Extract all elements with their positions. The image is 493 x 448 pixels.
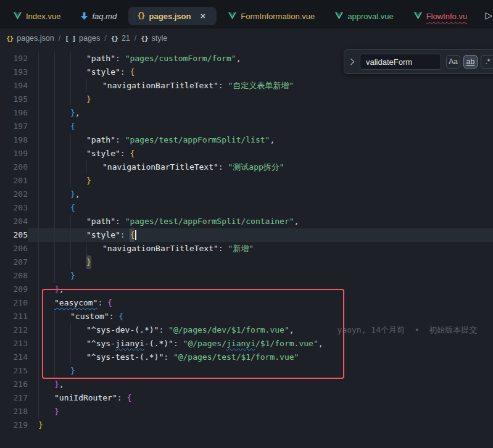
code-token: , <box>289 323 294 337</box>
close-icon[interactable]: × <box>198 11 209 21</box>
whole-word-button[interactable]: ab <box>463 55 478 68</box>
indent-guides <box>38 269 70 283</box>
find-widget: Aaab.* <box>344 49 493 74</box>
tab-Index.vue[interactable]: Index.vue <box>5 7 69 25</box>
tab-pages.json[interactable]: {}pages.json× <box>128 7 217 25</box>
code-line-207[interactable]: 207} <box>0 255 493 269</box>
code-token: -(.*)" <box>144 337 173 351</box>
code-token: : <box>115 215 125 228</box>
code-line-198[interactable]: 198"path": "pages/test/appFormSplit/list… <box>0 133 493 147</box>
code-token: : <box>218 160 228 174</box>
code-line-212[interactable]: 212"^sys-dev-(.*)": "@/pages/dev/$1/form… <box>0 323 493 337</box>
code-line-201[interactable]: 201} <box>0 174 493 188</box>
indent-guides <box>38 215 86 228</box>
code-token: { <box>130 65 135 79</box>
breadcrumb-separator: / <box>104 34 106 43</box>
code-token: "path" <box>86 133 115 147</box>
code-line-216[interactable]: 216}, <box>0 378 493 391</box>
line-content: "style": { <box>28 228 493 242</box>
code-line-205[interactable]: 205"style": { <box>0 228 493 242</box>
code-token: "style" <box>86 147 120 160</box>
code-line-214[interactable]: 214"^sys-test-(.*)": "@/pages/test/$1/fo… <box>0 351 493 364</box>
line-number: 205 <box>0 228 28 242</box>
tab-label: faq.md <box>92 12 117 21</box>
breadcrumb-label: 21 <box>122 34 130 43</box>
whole-word-button-label: ab <box>466 57 474 66</box>
breadcrumb-item-21[interactable]: {}21 <box>111 34 130 43</box>
line-content: } <box>28 418 493 432</box>
code-line-203[interactable]: 203{ <box>0 201 493 215</box>
code-token: jianyi <box>115 337 144 351</box>
match-case-button-label: Aa <box>449 57 458 66</box>
line-content: "navigationBarTitleText": "自定义表单新增" <box>28 79 493 93</box>
code-token: } <box>70 269 75 283</box>
find-input[interactable] <box>360 54 441 70</box>
code-line-202[interactable]: 202}, <box>0 188 493 201</box>
indent-guides <box>38 296 54 310</box>
code-token: "custom" <box>70 310 109 323</box>
code-token: "navigationBarTitleText" <box>102 79 218 93</box>
indent-guides <box>38 160 102 174</box>
code-line-208[interactable]: 208} <box>0 269 493 283</box>
code-line-218[interactable]: 218} <box>0 405 493 418</box>
code-line-199[interactable]: 199"style": { <box>0 147 493 160</box>
tab-label: pages.json <box>149 12 191 21</box>
code-token: , <box>318 337 323 351</box>
line-number: 207 <box>0 255 28 269</box>
code-line-195[interactable]: 195} <box>0 93 493 106</box>
line-content: "uniIdRouter": { <box>28 391 493 405</box>
code-token: { <box>130 228 135 242</box>
code-token: "pages/customForm/form" <box>125 52 236 65</box>
run-button[interactable]: ▷ <box>485 10 492 21</box>
code-line-200[interactable]: 200"navigationBarTitleText": "测试app拆分" <box>0 160 493 174</box>
line-content: { <box>28 120 493 133</box>
code-token: "path" <box>86 52 115 65</box>
line-number: 215 <box>0 364 28 378</box>
code-line-217[interactable]: 217"uniIdRouter": { <box>0 391 493 405</box>
json-icon: {} <box>137 12 144 20</box>
regex-button[interactable]: .* <box>481 55 493 68</box>
code-line-215[interactable]: 215} <box>0 364 493 378</box>
line-content: } <box>28 93 493 106</box>
code-line-211[interactable]: 211"custom": { <box>0 310 493 323</box>
code-area[interactable]: 192"path": "pages/customForm/form",193"s… <box>0 48 493 432</box>
breadcrumb-item-pages[interactable]: [ ]pages <box>65 34 100 43</box>
code-token: } <box>38 418 43 432</box>
text-cursor <box>135 230 136 240</box>
code-token: : <box>218 79 228 93</box>
breadcrumb-item-style[interactable]: {}style <box>141 34 167 43</box>
line-number: 193 <box>0 65 28 79</box>
toggle-replace-chevron-icon[interactable] <box>350 58 355 65</box>
line-number: 203 <box>0 201 28 215</box>
tab-FormInformation.vue[interactable]: FormInformation.vue <box>220 7 323 25</box>
line-content: } <box>28 174 493 188</box>
code-line-209[interactable]: 209], <box>0 283 493 296</box>
line-number: 199 <box>0 147 28 160</box>
tab-faq.md[interactable]: faq.md <box>72 7 125 25</box>
code-token: "自定义表单新增" <box>228 79 294 93</box>
code-line-213[interactable]: 213"^sys-jianyi-(.*)": "@/pages/jianyi/$… <box>0 337 493 351</box>
code-line-206[interactable]: 206"navigationBarTitleText": "新增" <box>0 242 493 255</box>
match-case-button[interactable]: Aa <box>446 55 460 68</box>
line-content: }, <box>28 106 493 120</box>
tab-bar: Index.vuefaq.md{}pages.json×FormInformat… <box>0 0 493 28</box>
code-line-219[interactable]: 219} <box>0 418 493 432</box>
code-line-197[interactable]: 197{ <box>0 120 493 133</box>
tab-approval.vue[interactable]: approval.vue <box>326 7 402 25</box>
indent-guides <box>38 310 70 323</box>
tab-FlowInfo.vu[interactable]: FlowInfo.vu <box>405 7 476 25</box>
code-token: "@/pages/ <box>183 337 226 351</box>
code-token: : <box>115 133 125 147</box>
indent-guides <box>38 133 86 147</box>
code-token: "style" <box>86 228 120 242</box>
code-token: jianyi <box>226 337 255 351</box>
code-token: "pages/test/appFormSplit/list" <box>125 133 270 147</box>
line-number: 196 <box>0 106 28 120</box>
code-line-196[interactable]: 196}, <box>0 106 493 120</box>
code-token: ] <box>54 283 59 296</box>
line-number: 192 <box>0 52 28 65</box>
code-line-194[interactable]: 194"navigationBarTitleText": "自定义表单新增" <box>0 79 493 93</box>
code-line-210[interactable]: 210"easycom": { <box>0 296 493 310</box>
code-line-204[interactable]: 204"path": "pages/test/appFormSplit/cont… <box>0 215 493 228</box>
breadcrumb-item-pages.json[interactable]: {}pages.json <box>6 34 54 43</box>
